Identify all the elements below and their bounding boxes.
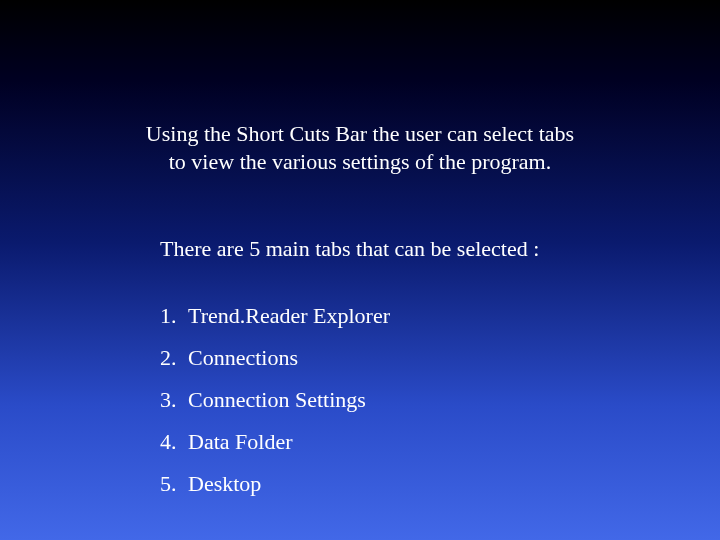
intro-line-1: Using the Short Cuts Bar the user can se… <box>146 121 574 146</box>
tabs-list: Trend.Reader Explorer Connections Connec… <box>0 295 720 505</box>
intro-text: Using the Short Cuts Bar the user can se… <box>100 120 620 175</box>
list-item: Data Folder <box>160 421 720 463</box>
subhead-text: There are 5 main tabs that can be select… <box>0 235 720 263</box>
list-item: Connections <box>160 337 720 379</box>
list-item: Desktop <box>160 463 720 505</box>
list-item: Trend.Reader Explorer <box>160 295 720 337</box>
slide: Using the Short Cuts Bar the user can se… <box>0 0 720 540</box>
intro-line-2: to view the various settings of the prog… <box>169 149 551 174</box>
list-item: Connection Settings <box>160 379 720 421</box>
